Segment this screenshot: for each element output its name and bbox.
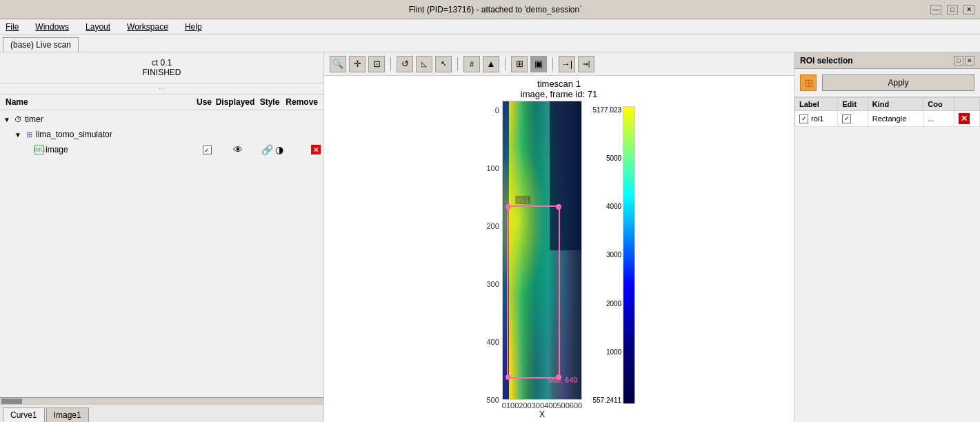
image-icon: IMG <box>34 145 44 154</box>
scroll-area[interactable] <box>0 397 323 404</box>
layout-button[interactable]: ⊞ <box>511 56 528 72</box>
colorbar-labels: 5177.023 5000 4000 3000 2000 1000 557.24… <box>585 106 623 404</box>
prev-button[interactable]: →| <box>559 56 575 72</box>
grid-button[interactable]: # <box>463 56 480 72</box>
roi-cell-label: roi1 <box>795 111 838 127</box>
tab-live-scan[interactable]: (base) Live scan <box>3 37 79 52</box>
style-icon1[interactable]: 🔗 <box>261 144 273 155</box>
toolbar-sep3 <box>505 57 506 71</box>
col-label: Label <box>795 98 838 111</box>
image-use-checkbox[interactable] <box>203 145 212 154</box>
colorbar-3000: 3000 <box>585 251 621 259</box>
col-coo: Coo <box>923 98 954 111</box>
plot-title: timescan 1 image, frame id: 71 <box>521 79 597 99</box>
roi-cell-coo[interactable]: ... <box>923 111 954 127</box>
tree-header: Name Use Displayed Style Remove <box>0 94 323 110</box>
scroll-thumb[interactable] <box>1 399 22 404</box>
minimize-button[interactable]: — <box>930 5 941 14</box>
roi-cell-kind: Rectangle <box>868 111 923 127</box>
menu-layout[interactable]: Layout <box>83 21 113 33</box>
col-del <box>954 98 979 111</box>
colorbar-5000: 5000 <box>585 154 621 162</box>
roi-cell-delete: ✕ <box>954 111 979 127</box>
col-name: Name <box>6 97 194 107</box>
center-panel: 🔍 ✛ ⊡ ↺ ◺ ↖ # ▲ ⊞ ▣ →| ⇒| timescan 1 ima… <box>324 52 794 422</box>
menu-bar: File Windows Layout Workspace Help <box>0 19 980 34</box>
maximize-button[interactable]: □ <box>947 5 958 14</box>
x-label-200: 200 <box>519 401 531 410</box>
plot-area: timescan 1 image, frame id: 71 0 100 200… <box>324 76 794 422</box>
pan-button[interactable]: ✛ <box>349 56 366 72</box>
x-axis: 0 100 200 300 400 500 600 <box>502 400 582 410</box>
bottom-tabs: Curve1 Image1 <box>0 404 323 422</box>
roi-table-header: Label Edit Kind Coo <box>795 98 980 111</box>
y-label-500: 500 <box>487 396 499 404</box>
tab-bar: (base) Live scan <box>0 34 980 52</box>
menu-help[interactable]: Help <box>182 21 205 33</box>
expand-timer-icon[interactable]: ▼ <box>3 115 11 123</box>
menu-file[interactable]: File <box>3 21 21 33</box>
panel-close-button[interactable]: ✕ <box>965 56 974 66</box>
next-button[interactable]: ⇒| <box>578 56 594 72</box>
roi-use-checkbox[interactable] <box>799 114 808 123</box>
lasso-button[interactable]: ◺ <box>416 56 432 72</box>
frame-button[interactable]: ▣ <box>530 56 547 72</box>
panel-restore-button[interactable]: □ <box>954 56 963 66</box>
colorbar: 5177.023 5000 4000 3000 2000 1000 557.24… <box>585 101 635 419</box>
divider-dots: ··· <box>0 83 323 94</box>
apply-row: ⊞ Apply <box>794 69 980 97</box>
apply-icon-symbol: ⊞ <box>804 77 813 90</box>
colorbar-1000: 1000 <box>585 348 621 356</box>
heatmap-container[interactable]: roi1 560, 640 <box>502 101 582 400</box>
y-label-300: 300 <box>487 280 499 288</box>
toolbar-sep4 <box>552 57 553 71</box>
tab-curve1[interactable]: Curve1 <box>3 408 45 422</box>
tree-row-lima: ▼ ⊞ lima_tomo_simulator <box>0 127 323 142</box>
zoom-button[interactable]: 🔍 <box>330 56 346 72</box>
apply-icon: ⊞ <box>800 74 817 91</box>
heatmap-dark <box>550 101 581 250</box>
tree-row-timer: ▼ ⏱ timer <box>0 112 323 127</box>
colorbar-2000: 2000 <box>585 300 621 308</box>
plot-image-col: roi1 560, 640 0 100 <box>502 101 582 419</box>
x-axis-label: X <box>502 410 582 419</box>
close-button[interactable]: ✕ <box>963 5 974 14</box>
expand-lima-icon[interactable]: ▼ <box>14 130 22 139</box>
timer-label: timer <box>25 114 197 124</box>
eye-icon[interactable]: 👁 <box>233 144 243 155</box>
col-displayed: Displayed <box>214 97 256 107</box>
roi-row-0: roi1 Rectangle ... ✕ <box>795 111 980 127</box>
apply-button[interactable]: Apply <box>822 74 974 91</box>
marker-button[interactable]: ▲ <box>483 56 499 72</box>
roi-table: Label Edit Kind Coo roi1 <box>794 97 980 127</box>
style-icon2[interactable]: ◑ <box>275 144 283 155</box>
cursor-button[interactable]: ↖ <box>435 56 452 72</box>
device-icon: ⊞ <box>23 129 34 140</box>
menu-workspace[interactable]: Workspace <box>124 21 171 33</box>
window-title: Flint (PID=13716) - attached to 'demo_se… <box>61 5 930 14</box>
right-panel-title: ROI selection <box>800 56 853 66</box>
y-axis: 0 100 200 300 400 500 <box>483 101 502 419</box>
colorbar-max: 5177.023 <box>585 106 621 114</box>
left-panel: ct 0.1 FINISHED ··· Name Use Displayed S… <box>0 52 324 422</box>
roi-coords: 560, 640 <box>548 376 578 384</box>
tree-row-image: IMG image 👁 🔗 ◑ ✕ <box>0 142 323 157</box>
roi-delete-button[interactable]: ✕ <box>959 113 970 124</box>
delete-image-icon[interactable]: ✕ <box>311 145 321 154</box>
tab-image1[interactable]: Image1 <box>46 408 89 422</box>
right-panel-btns: □ ✕ <box>954 56 974 66</box>
col-use: Use <box>194 97 214 107</box>
col-edit: Edit <box>838 98 868 111</box>
x-label-500: 500 <box>557 401 569 410</box>
title-bar: Flint (PID=13716) - attached to 'demo_se… <box>0 0 980 19</box>
menu-windows[interactable]: Windows <box>32 21 72 33</box>
colorbar-bar <box>623 106 635 404</box>
roi-edit-checkbox[interactable] <box>842 114 851 123</box>
x-label-300: 300 <box>532 401 544 410</box>
refresh-button[interactable]: ↺ <box>397 56 413 72</box>
col-style: Style <box>256 97 283 107</box>
lima-label: lima_tomo_simulator <box>36 130 197 139</box>
y-label-200: 200 <box>487 222 499 230</box>
roi-name: roi1 <box>811 114 823 123</box>
fit-button[interactable]: ⊡ <box>368 56 385 72</box>
